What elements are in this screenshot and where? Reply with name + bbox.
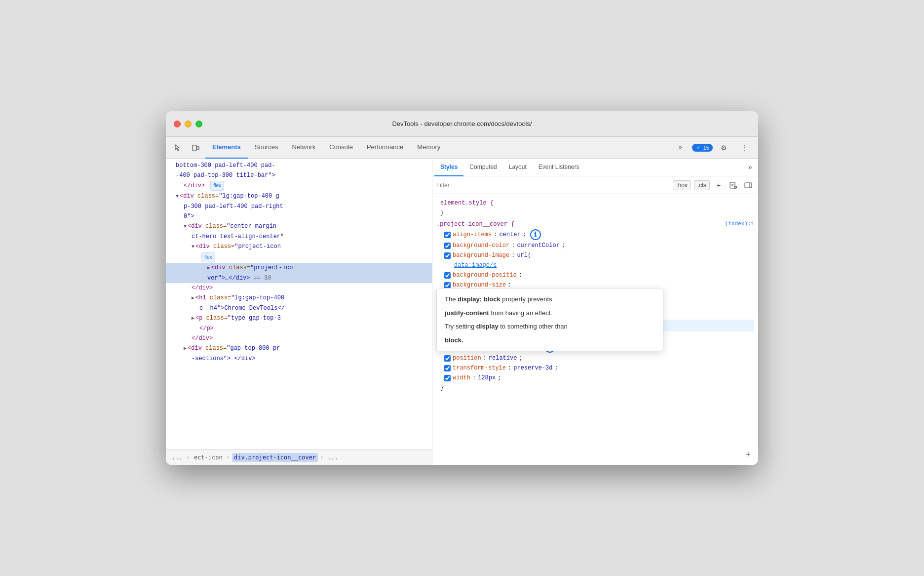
prop-background-color: background-color: currentColor; xyxy=(436,241,754,250)
html-line: -400 pad-top-300 title-bar"> xyxy=(166,170,432,180)
bg-image-url-link[interactable]: data:image/s xyxy=(454,261,497,270)
breadcrumb: ... › ect-icon › div.project-icon__cover… xyxy=(166,449,432,465)
settings-button[interactable]: ⚙ xyxy=(716,140,732,156)
tab-network[interactable]: Network xyxy=(285,137,323,159)
html-line: </div> flex xyxy=(166,180,432,191)
html-line: -sections"> </div> xyxy=(166,354,432,364)
html-line: ▶<div class="gap-top-800 pr xyxy=(166,343,432,354)
tab-styles[interactable]: Styles xyxy=(434,159,463,176)
rule-close-brace: } xyxy=(436,383,754,393)
breadcrumb-item-ect-icon[interactable]: ect-icon xyxy=(192,453,225,462)
tab-elements[interactable]: Elements xyxy=(205,137,248,159)
html-line: e--h4">Chrome DevTools</ xyxy=(166,303,432,313)
tab-layout[interactable]: Layout xyxy=(503,159,533,176)
inspect-element-button[interactable] xyxy=(170,140,186,156)
prop-checkbox-bg-color[interactable] xyxy=(444,243,451,249)
more-styles-tabs[interactable]: » xyxy=(744,162,756,173)
prop-position: position: relative; xyxy=(436,353,754,363)
tab-console[interactable]: Console xyxy=(322,137,360,159)
titlebar: DevTools - developer.chrome.com/docs/dev… xyxy=(166,111,758,137)
notifications-badge[interactable]: 15 xyxy=(692,144,713,152)
html-line: </div> xyxy=(166,333,432,343)
svg-rect-1 xyxy=(197,146,199,150)
breadcrumb-item[interactable]: ... xyxy=(170,453,185,462)
styles-content: element.style { } .project-icon__cover {… xyxy=(432,194,758,465)
chat-icon xyxy=(695,145,701,151)
prop-align-items: align-items: center; ℹ xyxy=(436,229,754,241)
filter-bar: :hov .cls + xyxy=(432,176,758,194)
tab-performance[interactable]: Performance xyxy=(360,137,410,159)
prop-checkbox-width[interactable] xyxy=(444,375,451,381)
prop-checkbox-position[interactable] xyxy=(444,355,451,362)
cursor-icon xyxy=(174,144,182,152)
prop-checkbox-bg-image[interactable] xyxy=(444,252,451,259)
svg-point-2 xyxy=(194,149,195,150)
tab-computed[interactable]: Computed xyxy=(463,159,502,176)
html-line: ct-hero text-align-center" xyxy=(166,232,432,242)
prop-background-position: background-positio: xyxy=(436,270,754,280)
add-style-rule-fab[interactable]: + xyxy=(742,449,754,461)
html-line-selected-cont: ver">…</div> == $0 xyxy=(166,273,432,283)
html-line: ▶<p class="type gap-top-3 xyxy=(166,313,432,324)
toggle-sidebar-button[interactable] xyxy=(742,179,754,191)
sidebar-toggle-icon xyxy=(744,181,752,189)
tab-event-listeners[interactable]: Event Listeners xyxy=(533,159,585,176)
add-style-rule-button[interactable]: + xyxy=(713,179,725,191)
prop-width: width: 128px; xyxy=(436,373,754,383)
breadcrumb-item-cover[interactable]: div.project-icon__cover xyxy=(232,453,318,462)
filter-input[interactable] xyxy=(436,182,669,189)
svg-rect-4 xyxy=(697,147,700,147)
devtools-window: DevTools - developer.chrome.com/docs/dev… xyxy=(166,111,758,465)
info-icon-align-items[interactable]: ℹ xyxy=(530,229,541,240)
html-line-selected: … ▶<div class="project-ico xyxy=(166,263,432,273)
element-style-close: } xyxy=(436,208,754,218)
svg-rect-12 xyxy=(745,183,752,188)
html-line: </p> xyxy=(166,324,432,333)
more-options-button[interactable]: ⋮ xyxy=(736,140,752,156)
style-origin[interactable]: (index):1 xyxy=(725,221,754,228)
maximize-button[interactable] xyxy=(195,121,202,127)
notif-count: 15 xyxy=(703,145,709,151)
traffic-lights xyxy=(174,121,202,127)
svg-rect-5 xyxy=(697,148,699,148)
html-line: bottom-300 pad-left-400 pad- xyxy=(166,161,432,170)
main-content: bottom-300 pad-left-400 pad- -400 pad-to… xyxy=(166,159,758,465)
new-rule-icon xyxy=(730,181,737,189)
styles-tabs-bar: Styles Computed Layout Event Listeners » xyxy=(432,159,758,176)
close-button[interactable] xyxy=(174,121,181,127)
html-line: ▼<div class="lg:gap-top-400 g xyxy=(166,191,432,202)
tabs-right-area: » 15 ⚙ ⋮ xyxy=(672,137,754,159)
new-style-rule-button[interactable] xyxy=(728,179,739,191)
tooltip-popup: The display: block property prevents jus… xyxy=(436,288,663,351)
html-line: ▶<h1 class="lg:gap-top-400 xyxy=(166,293,432,303)
prop-checkbox-bg-pos[interactable] xyxy=(444,272,451,279)
html-line: flex xyxy=(166,252,432,263)
prop-checkbox-bg-size[interactable] xyxy=(444,282,451,288)
html-line: </div> xyxy=(166,283,432,293)
device-icon xyxy=(192,144,199,152)
html-line: p-300 pad-left-400 pad-right xyxy=(166,202,432,211)
devtools-tabs-bar: Elements Sources Network Console Perform… xyxy=(166,137,758,159)
minimize-button[interactable] xyxy=(185,121,192,127)
window-title: DevTools - developer.chrome.com/docs/dev… xyxy=(392,120,532,127)
element-style-selector: element.style { xyxy=(436,198,754,208)
prop-bg-image-url: data:image/s xyxy=(436,260,754,270)
prop-transform-style: transform-style: preserve-3d; xyxy=(436,363,754,373)
device-mode-button[interactable] xyxy=(188,140,203,156)
rule-header: .project-icon__cover { (index):1 xyxy=(436,220,754,229)
tab-memory[interactable]: Memory xyxy=(410,137,447,159)
cls-button[interactable]: .cls xyxy=(694,180,710,190)
prop-background-image: background-image: url( xyxy=(436,250,754,260)
html-line: ▼<div class="center-margin xyxy=(166,221,432,232)
hov-button[interactable]: :hov xyxy=(673,180,691,190)
element-style-rule: element.style { } xyxy=(432,197,758,219)
prop-checkbox-align-items[interactable] xyxy=(444,232,451,238)
more-tabs-button[interactable]: » xyxy=(672,137,689,159)
filter-actions: :hov .cls + xyxy=(673,179,754,191)
elements-panel: bottom-300 pad-left-400 pad- -400 pad-to… xyxy=(166,159,432,465)
styles-panel: Styles Computed Layout Event Listeners »… xyxy=(432,159,758,465)
html-line: 0"> xyxy=(166,211,432,221)
prop-checkbox-transform-style[interactable] xyxy=(444,365,451,371)
breadcrumb-item-end[interactable]: ... xyxy=(325,453,340,462)
tab-sources[interactable]: Sources xyxy=(248,137,285,159)
